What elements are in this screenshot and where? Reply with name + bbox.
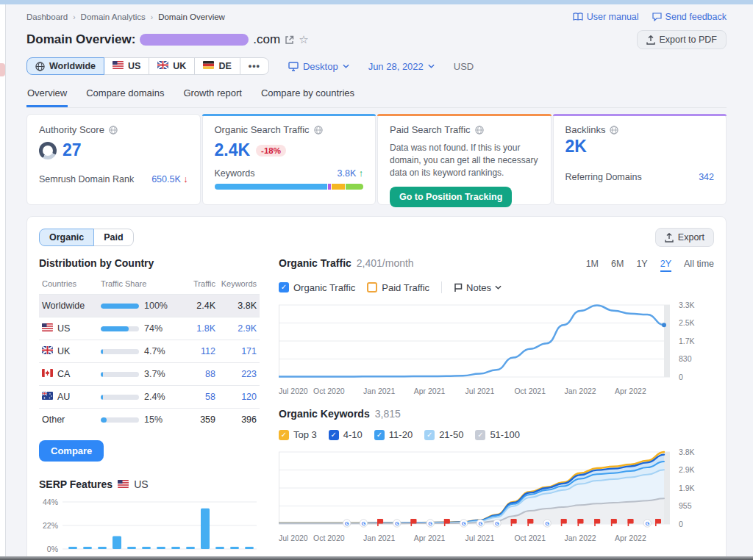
tab-growth-report[interactable]: Growth report (182, 87, 242, 107)
country-row-other[interactable]: Other15%359396 (39, 408, 260, 431)
range-1y[interactable]: 1Y (636, 259, 647, 272)
note-flag-icon[interactable] (527, 519, 533, 526)
region-chip-uk[interactable]: UK (149, 57, 195, 75)
backlinks-value[interactable]: 2K (565, 137, 587, 157)
more-regions-button[interactable]: ••• (240, 57, 269, 75)
keywords-value[interactable]: 223 (215, 369, 260, 379)
traffic-value[interactable]: 58 (174, 392, 215, 402)
toggle-paid[interactable]: Paid (93, 229, 133, 246)
pos-21-50-checkbox[interactable]: ✓21-50 (424, 429, 463, 440)
export-button[interactable]: Export (655, 228, 714, 247)
info-globe-icon[interactable] (314, 126, 323, 134)
google-update-icon[interactable]: G (427, 520, 434, 527)
keywords-value[interactable]: 171 (215, 346, 260, 356)
organic-traffic-value[interactable]: 2.4K (215, 140, 251, 160)
date-selector[interactable]: Jun 28, 2022 (368, 61, 435, 72)
country-row-ca[interactable]: CA3.7%88223 (39, 362, 260, 385)
toggle-organic[interactable]: Organic (39, 229, 94, 246)
domain-rank-value[interactable]: 650.5K ↓ (151, 174, 188, 184)
note-flag-icon[interactable] (411, 519, 417, 526)
note-flag-icon[interactable] (655, 519, 661, 526)
serp-feature-bar[interactable] (186, 547, 195, 549)
device-selector[interactable]: Desktop (288, 61, 349, 72)
serp-feature-bar[interactable] (171, 547, 180, 549)
serp-feature-bar[interactable] (127, 547, 136, 549)
serp-features-chart[interactable]: 44%22%0% (39, 495, 260, 556)
organic-keywords-chart[interactable]: 3.8K2.9K1.9K9550GGGGGGGGG (279, 446, 715, 528)
tab-compare-by-countries[interactable]: Compare by countries (260, 87, 355, 107)
google-update-icon[interactable]: G (493, 520, 501, 527)
range-all-time[interactable]: All time (684, 259, 714, 272)
note-flag-icon[interactable] (628, 519, 634, 526)
keywords-value[interactable]: 2.9K (215, 323, 260, 334)
range-2y[interactable]: 2Y (660, 259, 671, 272)
compare-button[interactable]: Compare (39, 440, 104, 462)
google-update-icon[interactable]: G (460, 520, 467, 527)
organic-traffic-chart[interactable]: 3.3K2.5K1.7K8300 (279, 299, 715, 381)
card-accent-orange (377, 114, 552, 116)
notes-dropdown[interactable]: Notes (454, 282, 502, 293)
pos-4-10-checkbox[interactable]: ✓4-10 (329, 429, 363, 440)
serp-feature-bar[interactable] (98, 547, 107, 549)
note-flag-icon[interactable] (594, 519, 600, 526)
organic-paid-toggle: Organic Paid (39, 229, 134, 246)
note-flag-icon[interactable] (511, 519, 517, 526)
region-chip-worldwide[interactable]: Worldwide (26, 57, 104, 75)
user-manual-link[interactable]: User manual (573, 12, 639, 22)
collapsed-sidebar[interactable] (0, 4, 6, 556)
traffic-value[interactable]: 112 (174, 346, 215, 356)
note-flag-icon[interactable] (611, 519, 617, 526)
paid-traffic-checkbox[interactable]: Paid Traffic (367, 282, 429, 293)
top3-checkbox[interactable]: ✓Top 3 (279, 429, 317, 440)
tab-overview[interactable]: Overview (26, 87, 68, 107)
note-flag-icon[interactable] (377, 519, 383, 526)
breadcrumb-dashboard[interactable]: Dashboard (26, 12, 68, 21)
pos-11-20-checkbox[interactable]: ✓11-20 (374, 429, 413, 440)
country-row-au[interactable]: AU2.4%58120 (39, 385, 260, 408)
organic-traffic-checkbox[interactable]: ✓ Organic Traffic (279, 282, 355, 293)
google-update-icon[interactable]: G (393, 520, 401, 527)
country-row-worldwide[interactable]: Worldwide100%2.4K3.8K (39, 294, 260, 317)
svg-text:G: G (361, 520, 365, 527)
serp-feature-bar[interactable] (113, 536, 121, 549)
serp-feature-bar[interactable] (157, 547, 165, 549)
serp-feature-bar[interactable] (68, 547, 77, 549)
serp-feature-bar[interactable] (245, 547, 254, 549)
country-row-us[interactable]: US74%1.8K2.9K (39, 317, 260, 340)
region-chip-de[interactable]: DE (194, 57, 240, 75)
tab-compare-domains[interactable]: Compare domains (85, 87, 165, 107)
google-update-icon[interactable]: G (360, 520, 367, 527)
info-globe-icon[interactable] (109, 126, 118, 134)
breadcrumb-domain-analytics[interactable]: Domain Analytics (81, 12, 146, 21)
keywords-bar-segment (328, 184, 331, 190)
go-to-position-tracking-button[interactable]: Go to Position Tracking (390, 187, 512, 207)
serp-feature-bar[interactable] (83, 547, 92, 549)
pos-51-100-checkbox[interactable]: ✓51-100 (475, 429, 519, 440)
google-update-icon[interactable]: G (543, 520, 551, 527)
serp-feature-bar[interactable] (142, 547, 151, 549)
export-to-pdf-button[interactable]: Export to PDF (637, 30, 727, 49)
country-row-uk[interactable]: UK4.7%112171 (39, 340, 260, 362)
keywords-value[interactable]: 3.8K ↑ (338, 168, 363, 179)
info-globe-icon[interactable] (610, 126, 618, 134)
referring-domains-value[interactable]: 342 (699, 172, 714, 182)
serp-feature-bar[interactable] (230, 547, 239, 549)
note-flag-icon[interactable] (444, 519, 450, 526)
google-update-icon[interactable]: G (477, 520, 484, 527)
keywords-value[interactable]: 120 (215, 392, 260, 402)
note-flag-icon[interactable] (561, 519, 567, 526)
serp-feature-bar[interactable] (201, 509, 210, 549)
favorite-star-icon[interactable]: ☆ (299, 33, 308, 46)
note-flag-icon[interactable] (578, 519, 584, 526)
external-link-icon[interactable] (285, 35, 294, 45)
range-6m[interactable]: 6M (611, 259, 624, 272)
region-chip-us[interactable]: US (104, 57, 149, 75)
range-1m[interactable]: 1M (586, 259, 599, 272)
traffic-value[interactable]: 1.8K (174, 323, 215, 334)
google-update-icon[interactable]: G (643, 520, 651, 527)
traffic-value[interactable]: 88 (174, 369, 215, 379)
info-globe-icon[interactable] (475, 126, 484, 134)
serp-feature-bar[interactable] (215, 547, 224, 549)
send-feedback-link[interactable]: Send feedback (652, 12, 727, 22)
google-update-icon[interactable]: G (343, 520, 351, 527)
